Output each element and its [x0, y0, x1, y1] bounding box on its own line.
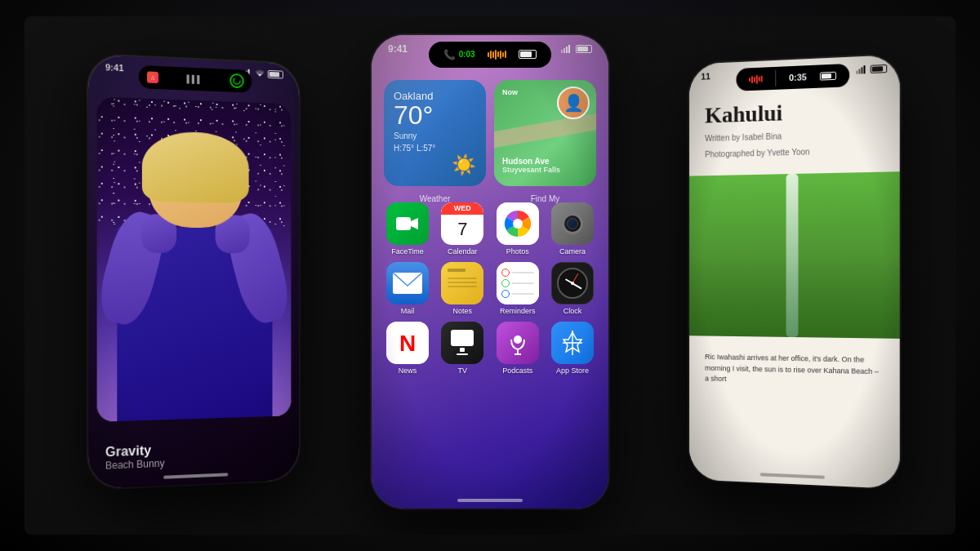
- camera-label: Camera: [559, 247, 586, 256]
- mail-icon-inner: [386, 262, 429, 304]
- waveform-display: [488, 50, 506, 60]
- reminders-icon-inner: [497, 262, 539, 304]
- news-app[interactable]: N News: [384, 322, 431, 375]
- artist-name: Beach Bunny: [105, 457, 165, 471]
- wave-bar-3: [492, 51, 494, 58]
- svg-marker-10: [411, 218, 418, 229]
- podcasts-svg: [505, 330, 531, 356]
- reminders-label: Reminders: [500, 307, 536, 315]
- mail-app[interactable]: Mail: [384, 262, 431, 315]
- battery-icon: [268, 69, 283, 78]
- reminder-line-3: [512, 293, 534, 295]
- widgets-row: Oakland 70° Sunny H:75° L:57° ☀️ Now 👤: [384, 80, 596, 186]
- calendar-app[interactable]: WED 7 Calendar: [439, 202, 486, 256]
- photos-svg: [501, 207, 534, 240]
- tv-base: [457, 353, 468, 355]
- article-header: Kahului Written by Isabel Bina Photograp…: [705, 96, 883, 160]
- photos-app[interactable]: Photos: [494, 202, 541, 256]
- svg-rect-7: [566, 47, 568, 53]
- calendar-icon-inner: WED 7: [441, 202, 483, 245]
- left-home-indicator: [163, 473, 228, 478]
- svg-rect-5: [561, 50, 563, 53]
- clock-label: Clock: [564, 307, 582, 315]
- weather-condition: Sunny: [394, 131, 476, 140]
- camera-app[interactable]: Camera: [549, 202, 596, 256]
- apps-grid: FaceTime WED 7: [384, 202, 596, 381]
- appstore-app[interactable]: App Store: [549, 322, 596, 375]
- presentation-screen: 9:41: [24, 16, 956, 535]
- right-time: 11: [701, 71, 710, 81]
- svg-text:N: N: [399, 331, 416, 356]
- podcasts-app[interactable]: Podcasts: [494, 322, 541, 375]
- clock-center-dot: [571, 282, 574, 285]
- find-my-now-label: Now: [502, 88, 518, 96]
- tv-screen: [451, 330, 474, 346]
- photos-icon: [497, 202, 539, 245]
- notes-line-3: [448, 286, 477, 287]
- weather-temp: 70°: [394, 102, 476, 128]
- sun-icon: ☀️: [452, 153, 476, 176]
- find-my-avatar: 👤: [557, 87, 590, 119]
- mail-icon: [386, 262, 429, 304]
- news-icon: N: [386, 322, 429, 364]
- portrait-image: [97, 96, 292, 421]
- battery-small-icon: [519, 50, 537, 59]
- envelope-svg: [393, 273, 422, 294]
- figure-container: [97, 96, 292, 421]
- cal-body: 7: [441, 215, 483, 244]
- facetime-label: FaceTime: [391, 247, 424, 256]
- news-label: News: [399, 367, 417, 375]
- svg-point-16: [514, 335, 522, 344]
- notes-icon-inner: [441, 262, 483, 304]
- clock-icon-inner: [552, 263, 593, 304]
- weather-high-low: H:75° L:57°: [394, 144, 476, 153]
- find-my-widget: Now 👤 Hudson Ave Stuyvesant Falls: [494, 80, 596, 186]
- wave-bar-5: [497, 51, 499, 57]
- di-battery-fill: [520, 51, 532, 57]
- image-overlay: [689, 171, 900, 339]
- right-screen: 11: [689, 54, 900, 488]
- reminder-item-1: [501, 269, 534, 277]
- find-my-location: Hudson Ave Stuyvesant Falls: [502, 157, 560, 174]
- svg-rect-9: [396, 217, 411, 230]
- news-icon-inner: N: [386, 322, 429, 364]
- appletv-app[interactable]: TV: [439, 322, 486, 375]
- wave-bar-1: [488, 52, 489, 57]
- appstore-label: App Store: [556, 367, 589, 375]
- svg-rect-20: [856, 70, 858, 73]
- article-byline-2: Photographed by Yvette Yoon: [705, 144, 883, 160]
- right-battery-fill: [872, 66, 883, 72]
- clock-app[interactable]: Clock: [549, 262, 596, 315]
- svg-rect-6: [564, 48, 565, 53]
- notes-app[interactable]: Notes: [439, 262, 486, 315]
- svg-rect-22: [861, 67, 862, 73]
- circle-progress-icon: [233, 76, 241, 84]
- reminder-line-2: [512, 282, 534, 284]
- facetime-app[interactable]: FaceTime: [384, 202, 431, 256]
- left-dynamic-island: ♫ ▌▌▌: [139, 64, 252, 92]
- article-body-text: Ric Iwahashi arrives at her office, it's…: [705, 352, 883, 389]
- svg-rect-8: [568, 45, 570, 53]
- notes-line-1: [448, 278, 477, 279]
- article-byline-1: Written by Isabel Bina: [705, 127, 883, 144]
- facetime-icon: [386, 202, 429, 245]
- notes-icon: [441, 262, 483, 304]
- appstore-icon: [551, 322, 594, 364]
- reminder-item-2: [501, 279, 534, 287]
- tv-stand: [460, 348, 465, 352]
- right-home-indicator: [760, 473, 825, 478]
- reminder-line-1: [512, 272, 534, 273]
- reminders-app[interactable]: Reminders: [494, 262, 541, 315]
- wave-bar-4: [495, 50, 497, 60]
- center-signal-icon: [561, 45, 572, 53]
- apps-row-1: FaceTime WED 7: [384, 202, 596, 256]
- center-time: 9:41: [388, 43, 408, 55]
- location-name: Hudson Ave: [502, 157, 560, 166]
- photos-label: Photos: [506, 247, 529, 256]
- envelope-shape: [393, 273, 422, 294]
- camera-lens-inner: [567, 218, 578, 229]
- wave-bar-6: [500, 51, 501, 59]
- wave-bar-8: [505, 51, 506, 58]
- article-image: [689, 171, 900, 339]
- podcasts-icon-inner: [497, 322, 539, 364]
